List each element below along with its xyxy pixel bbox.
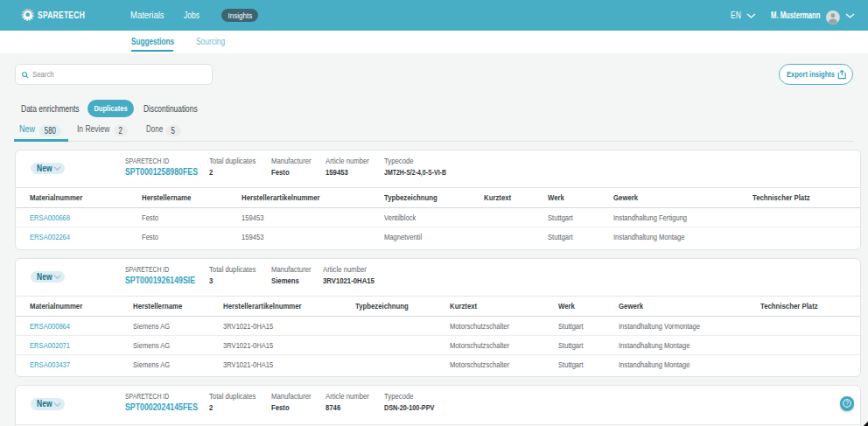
svg-text:?: ? <box>845 401 849 407</box>
